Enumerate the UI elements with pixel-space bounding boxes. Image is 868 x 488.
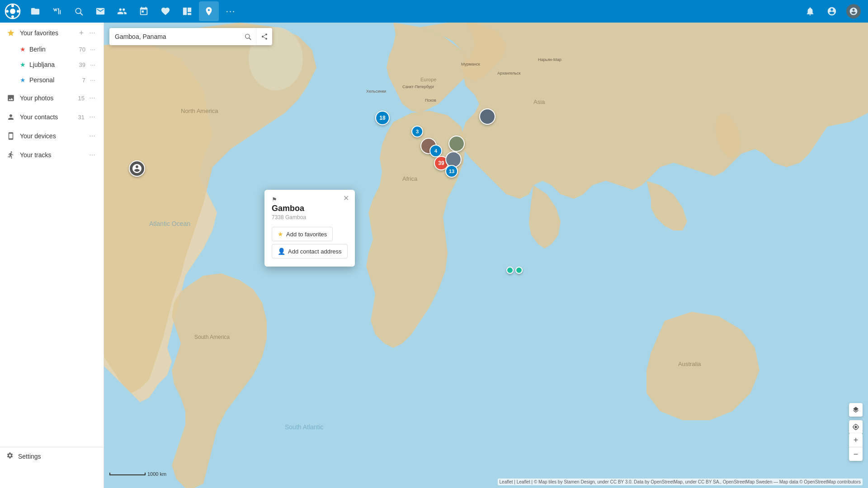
user-status-button[interactable] xyxy=(822,1,842,21)
cluster-marker-3[interactable]: 3 xyxy=(411,126,423,137)
map-background: North America South America Africa Asia … xyxy=(104,23,868,488)
map-area: North America South America Africa Asia … xyxy=(104,23,868,488)
nav-files[interactable] xyxy=(25,1,45,21)
personal-star-icon: ★ xyxy=(20,76,26,84)
contacts-header[interactable]: Your contacts 31 ··· xyxy=(0,107,104,126)
sidebar-item-personal[interactable]: ★ Personal 7 ··· xyxy=(0,72,104,88)
user-avatar-button[interactable] xyxy=(844,1,863,21)
settings-item[interactable]: Settings xyxy=(0,447,104,465)
map-search-button[interactable] xyxy=(240,28,256,45)
devices-more-button[interactable]: ··· xyxy=(87,131,97,141)
contacts-label: Your contacts xyxy=(20,113,78,121)
add-contact-address-button[interactable]: 👤 Add contact address xyxy=(272,244,348,258)
nav-activity[interactable] xyxy=(47,1,67,21)
zoom-out-button[interactable]: − xyxy=(849,447,863,461)
svg-line-33 xyxy=(263,37,265,38)
popup-flag: ⚑ xyxy=(272,196,348,203)
tracks-label: Your tracks xyxy=(20,151,87,159)
svg-rect-10 xyxy=(188,13,191,15)
nav-maps[interactable] xyxy=(199,1,219,21)
svg-point-3 xyxy=(11,15,14,18)
devices-header[interactable]: Your devices ··· xyxy=(0,126,104,145)
nav-mail[interactable] xyxy=(90,1,110,21)
ljubljana-star-icon: ★ xyxy=(20,61,26,68)
photo-icon xyxy=(6,94,15,103)
teal-dot-2[interactable] xyxy=(515,267,523,274)
favorites-add-button[interactable]: + xyxy=(76,28,86,38)
svg-text:Санкт-Петербург: Санкт-Петербург xyxy=(402,84,434,89)
berlin-label: Berlin xyxy=(29,46,79,53)
ljubljana-label: Ljubljana xyxy=(29,61,79,68)
favorites-label: Your favorites xyxy=(20,29,76,37)
berlin-more-button[interactable]: ··· xyxy=(88,45,97,54)
add-contact-label: Add contact address xyxy=(288,248,342,255)
cluster-marker-18[interactable]: 18 xyxy=(375,111,390,125)
notifications-button[interactable] xyxy=(800,1,820,21)
favorites-header[interactable]: Your favorites + ··· xyxy=(0,23,104,42)
map-locate-button[interactable] xyxy=(849,420,863,434)
nav-deck[interactable] xyxy=(177,1,197,21)
tracks-more-button[interactable]: ··· xyxy=(87,150,97,160)
photos-count: 15 xyxy=(78,95,85,102)
sidebar-item-berlin[interactable]: ★ Berlin 70 ··· xyxy=(0,42,104,57)
add-favorites-label: Add to favorites xyxy=(286,231,327,238)
ljubljana-more-button[interactable]: ··· xyxy=(88,60,97,69)
svg-text:Архангельск: Архангельск xyxy=(497,71,521,75)
photos-header[interactable]: Your photos 15 ··· xyxy=(0,88,104,107)
svg-point-30 xyxy=(265,33,267,35)
nav-contacts[interactable] xyxy=(112,1,132,21)
personal-count: 7 xyxy=(82,77,85,84)
topbar: ··· xyxy=(0,0,868,23)
svg-text:South America: South America xyxy=(194,334,230,340)
nav-bookmarks[interactable] xyxy=(156,1,175,21)
tracks-section: Your tracks ··· xyxy=(0,145,104,164)
zoom-in-button[interactable]: + xyxy=(849,433,863,447)
photo-marker-2[interactable] xyxy=(448,136,465,152)
main-layout: Your favorites + ··· ★ Berlin 70 ··· ★ L… xyxy=(0,0,868,488)
photos-section: Your photos 15 ··· xyxy=(0,88,104,107)
map-share-button[interactable] xyxy=(256,28,272,45)
cluster-marker-4[interactable]: 4 xyxy=(429,145,442,157)
cluster-marker-13[interactable]: 13 xyxy=(445,165,458,178)
map-search-bar xyxy=(109,28,272,45)
svg-text:North America: North America xyxy=(181,108,218,114)
photo-marker-gamboa[interactable] xyxy=(479,108,495,125)
device-icon xyxy=(6,131,15,141)
nav-more[interactable]: ··· xyxy=(221,1,241,21)
svg-text:Мурманск: Мурманск xyxy=(461,62,480,66)
star-icon xyxy=(6,28,15,38)
berlin-count: 70 xyxy=(79,46,85,53)
svg-point-1 xyxy=(10,9,15,14)
add-to-favorites-button[interactable]: ★ Add to favorites xyxy=(272,227,333,241)
contact-person-icon: 👤 xyxy=(278,248,285,255)
personal-more-button[interactable]: ··· xyxy=(88,75,97,84)
contacts-more-button[interactable]: ··· xyxy=(87,112,97,122)
topbar-nav: ··· xyxy=(25,1,800,21)
personal-label: Personal xyxy=(29,76,82,84)
svg-text:Нарьян-Мар: Нарьян-Мар xyxy=(538,57,561,62)
tracks-header[interactable]: Your tracks ··· xyxy=(0,145,104,164)
location-popup: ✕ ⚑ Gamboa 7338 Gamboa ★ Add to favorite… xyxy=(264,190,355,267)
topbar-right xyxy=(800,1,863,21)
svg-text:Europe: Europe xyxy=(420,77,436,82)
popup-subtitle: 7338 Gamboa xyxy=(272,214,348,221)
user-location-marker[interactable] xyxy=(129,160,145,177)
popup-title: Gamboa xyxy=(272,204,348,213)
sidebar: Your favorites + ··· ★ Berlin 70 ··· ★ L… xyxy=(0,23,104,488)
favorites-more-button[interactable]: ··· xyxy=(87,28,97,38)
nav-calendar[interactable] xyxy=(134,1,154,21)
photos-more-button[interactable]: ··· xyxy=(87,93,97,103)
map-search-input[interactable] xyxy=(109,33,240,40)
nav-search[interactable] xyxy=(69,1,89,21)
favorites-star-icon: ★ xyxy=(278,230,283,238)
map-layers-button[interactable] xyxy=(849,403,863,417)
popup-close-button[interactable]: ✕ xyxy=(341,193,350,202)
svg-point-32 xyxy=(265,38,267,40)
app-logo[interactable] xyxy=(5,3,21,19)
sidebar-item-ljubljana[interactable]: ★ Ljubljana 39 ··· xyxy=(0,57,104,72)
ljubljana-count: 39 xyxy=(79,61,85,68)
map-container[interactable]: North America South America Africa Asia … xyxy=(104,23,868,488)
teal-dot-1[interactable] xyxy=(506,267,514,274)
svg-text:Хельсинки: Хельсинки xyxy=(366,89,386,94)
svg-rect-8 xyxy=(183,8,187,15)
